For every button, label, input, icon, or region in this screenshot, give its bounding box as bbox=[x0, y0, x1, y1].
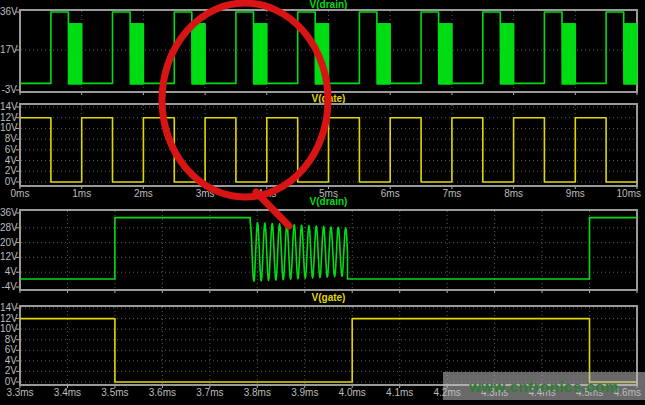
y-tick-label: -3V bbox=[0, 85, 17, 95]
x-tick-label: 3.3ms bbox=[6, 388, 33, 398]
y-tick-label: 0V bbox=[0, 177, 17, 187]
x-tick-label: 4.0ms bbox=[339, 388, 366, 398]
y-tick-label: 8V bbox=[0, 134, 17, 144]
y-tick-label: 20V bbox=[0, 238, 17, 248]
y-tick-label: 28V bbox=[0, 223, 17, 233]
y-tick-label: 6V bbox=[0, 145, 17, 155]
y-tick-label: 2V bbox=[0, 366, 17, 376]
x-tick-label: 3.7ms bbox=[196, 388, 223, 398]
x-tick-label: 3.5ms bbox=[101, 388, 128, 398]
x-tick-label: 3.4ms bbox=[54, 388, 81, 398]
y-tick-label: 14V bbox=[0, 102, 17, 112]
y-tick-label: 4V bbox=[0, 356, 17, 366]
y-tick-label: 0V bbox=[0, 377, 17, 387]
x-tick-label: 10ms bbox=[617, 189, 641, 199]
watermark: www.cntronics.com bbox=[443, 372, 645, 400]
y-tick-label: 36V bbox=[0, 208, 17, 218]
waveform-viewer: V(drain) V(gate) V(drain) V(gate) 36V17V… bbox=[0, 0, 645, 405]
x-tick-label: 2ms bbox=[134, 189, 153, 199]
x-tick-label: 3.8ms bbox=[244, 388, 271, 398]
y-tick-label: 36V bbox=[0, 7, 17, 17]
x-tick-label: 7ms bbox=[442, 189, 461, 199]
y-tick-label: 12V bbox=[0, 113, 17, 123]
x-tick-label: 3ms bbox=[196, 189, 215, 199]
y-tick-label: 6V bbox=[0, 345, 17, 355]
y-tick-label: 4V bbox=[0, 156, 17, 166]
y-tick-label: 8V bbox=[0, 335, 17, 345]
x-tick-label: 0ms bbox=[11, 189, 30, 199]
y-tick-label: 4V bbox=[0, 267, 17, 277]
plot-canvas bbox=[0, 0, 645, 405]
y-tick-label: -4V bbox=[0, 282, 17, 292]
y-tick-label: 17V bbox=[0, 45, 17, 55]
y-tick-label: 2V bbox=[0, 166, 17, 176]
x-tick-label: 9ms bbox=[566, 189, 585, 199]
x-tick-label: 5ms bbox=[319, 189, 338, 199]
y-tick-label: 12V bbox=[0, 252, 17, 262]
x-tick-label: 4ms bbox=[257, 189, 276, 199]
x-tick-label: 1ms bbox=[72, 189, 91, 199]
x-tick-label: 6ms bbox=[381, 189, 400, 199]
y-tick-label: 12V bbox=[0, 314, 17, 324]
x-tick-label: 3.6ms bbox=[149, 388, 176, 398]
y-tick-label: 10V bbox=[0, 123, 17, 133]
x-tick-label: 4.1ms bbox=[386, 388, 413, 398]
x-tick-label: 3.9ms bbox=[291, 388, 318, 398]
y-tick-label: 10V bbox=[0, 324, 17, 334]
y-tick-label: 14V bbox=[0, 303, 17, 313]
x-tick-label: 8ms bbox=[504, 189, 523, 199]
